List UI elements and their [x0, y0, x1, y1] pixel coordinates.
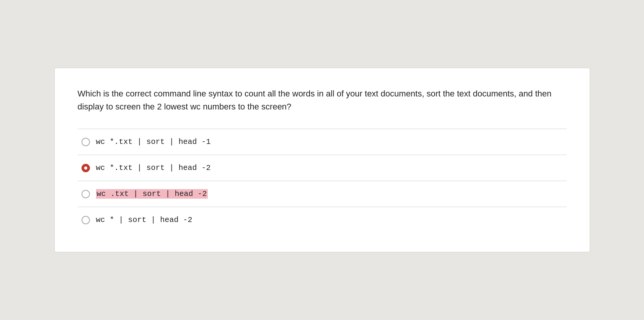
radio-inner-2 — [84, 167, 87, 170]
option-item-4[interactable]: wc * | sort | head -2 — [78, 207, 567, 233]
radio-button-3[interactable] — [82, 190, 90, 198]
highlighted-text: wc .txt | sort | head -2 — [96, 189, 208, 199]
option-item-3[interactable]: wc .txt | sort | head -2 — [78, 181, 567, 207]
options-list: wc *.txt | sort | head -1 wc *.txt | sor… — [78, 129, 567, 233]
option-item-1[interactable]: wc *.txt | sort | head -1 — [78, 129, 567, 155]
radio-button-4[interactable] — [82, 216, 90, 224]
option-label-3: wc .txt | sort | head -2 — [96, 189, 208, 198]
radio-button-2[interactable] — [82, 164, 90, 172]
option-label-4: wc * | sort | head -2 — [96, 216, 192, 224]
radio-button-1[interactable] — [82, 138, 90, 146]
option-label-1: wc *.txt | sort | head -1 — [96, 137, 211, 146]
option-label-2: wc *.txt | sort | head -2 — [96, 163, 211, 172]
question-text: Which is the correct command line syntax… — [78, 87, 567, 113]
option-item-2[interactable]: wc *.txt | sort | head -2 — [78, 155, 567, 181]
question-card: Which is the correct command line syntax… — [54, 68, 590, 252]
